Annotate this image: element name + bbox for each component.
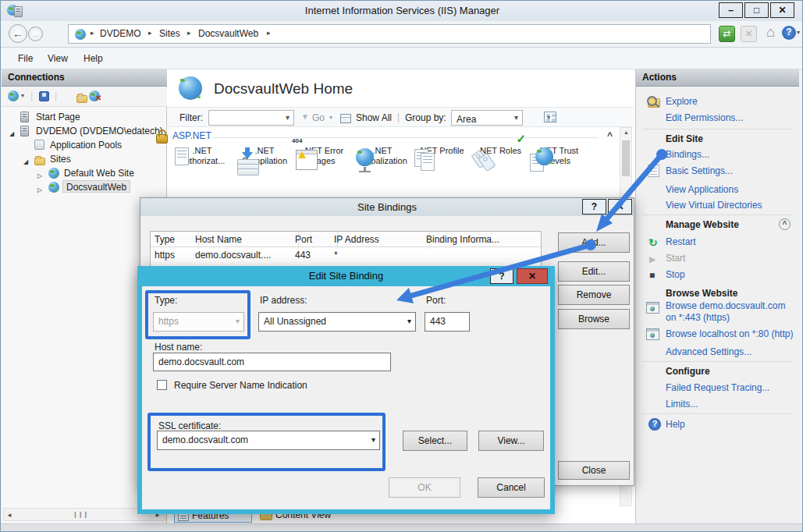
remove-button[interactable]: Remove xyxy=(558,285,630,305)
feature-net-roles[interactable]: .NET Roles xyxy=(468,146,531,156)
feature-net-compilation[interactable]: .NET Compilation xyxy=(233,146,296,166)
close-dialog-button[interactable]: Close xyxy=(558,461,630,480)
section-collapse-icon[interactable]: ^ xyxy=(607,130,613,141)
filter-input[interactable]: ▾ xyxy=(208,110,294,126)
action-view-virtual-directories[interactable]: View Virtual Directories xyxy=(648,198,762,212)
tree-item-start-page[interactable]: Start Page xyxy=(2,110,167,124)
site-globe-icon xyxy=(48,182,59,193)
chevron-down-icon[interactable]: ▾ xyxy=(371,435,375,444)
action-advanced-settings[interactable]: Advanced Settings... xyxy=(648,345,751,359)
connect-server-button[interactable] xyxy=(8,90,19,104)
edit-button[interactable]: Edit... xyxy=(558,261,630,282)
scroll-thumb[interactable] xyxy=(622,140,630,176)
binding-row[interactable]: https demo.docsvault.... 443 * xyxy=(151,247,541,262)
host-name-input[interactable]: demo.docsvault.com xyxy=(153,353,391,371)
dialog-help-button[interactable]: ? xyxy=(582,199,606,215)
stop-request-button[interactable]: ✕ xyxy=(741,26,757,42)
ssl-certificate-select[interactable]: demo.docsvault.com ▾ xyxy=(157,431,380,450)
cancel-button[interactable]: Cancel xyxy=(478,477,545,498)
home-button[interactable]: ⌂ xyxy=(762,24,779,42)
action-failed-request-tracing[interactable]: Failed Request Tracing... xyxy=(648,381,769,395)
type-select[interactable]: https ▾ xyxy=(153,312,244,332)
action-browse-https[interactable]: Browse demo.docsvault.com on *:443 (http… xyxy=(648,300,785,324)
collapse-section-icon[interactable]: ^ xyxy=(779,218,791,230)
menu-help[interactable]: Help xyxy=(83,53,103,64)
action-browse-http[interactable]: Browse localhost on *:80 (http) xyxy=(648,327,793,341)
ok-button[interactable]: OK xyxy=(389,477,460,498)
separator xyxy=(642,361,792,362)
column-header-ip-address[interactable]: IP Address xyxy=(330,232,430,249)
show-all-button[interactable]: Show All xyxy=(356,112,392,123)
breadcrumb-item-sites[interactable]: Sites xyxy=(159,28,180,39)
expander-icon[interactable]: ▷ xyxy=(37,183,42,197)
open-folder-button[interactable] xyxy=(76,95,87,103)
minimize-button[interactable]: – xyxy=(719,2,743,18)
action-restart[interactable]: ↻ Restart xyxy=(648,235,696,249)
menu-file[interactable]: File xyxy=(18,53,33,64)
help-button[interactable]: ? xyxy=(782,26,796,40)
group-by-select[interactable]: Area ▾ xyxy=(451,110,523,126)
view-certificate-button[interactable]: View... xyxy=(478,431,544,451)
go-button[interactable]: Go xyxy=(312,112,325,123)
chevron-down-icon[interactable]: ▾ xyxy=(286,113,290,122)
tree-item-default-web-site[interactable]: ▷ Default Web Site xyxy=(2,166,167,180)
menu-view[interactable]: View xyxy=(48,53,68,64)
dialog-close-button[interactable]: ✕ xyxy=(517,268,548,284)
title-bar[interactable]: Internet Information Services (IIS) Mana… xyxy=(1,1,803,21)
ip-address-select[interactable]: All Unassigned ▾ xyxy=(258,312,416,332)
start-page-icon xyxy=(20,112,29,122)
feature-net-trust-levels[interactable]: ✓ .NET Trust Levels xyxy=(527,146,589,166)
breadcrumb-item-server[interactable]: DVDEMO xyxy=(100,28,141,39)
scroll-left-icon[interactable]: ◄ xyxy=(6,512,12,519)
column-header-binding-info[interactable]: Binding Informa... xyxy=(422,232,548,249)
feature-net-authorization[interactable]: .NET Authorizat... xyxy=(171,146,233,166)
breadcrumb[interactable]: ▸ DVDEMO ▸ Sites ▸ DocsvaultWeb ▸ xyxy=(68,24,711,44)
connect-dropdown-arrow-icon[interactable]: ▾ xyxy=(21,92,24,99)
action-help[interactable]: ? Help xyxy=(648,417,685,431)
refresh-button[interactable]: ⇄ xyxy=(719,26,735,42)
column-header-host-name[interactable]: Host Name xyxy=(191,232,299,249)
action-edit-permissions[interactable]: Edit Permissions... xyxy=(648,111,743,125)
separator xyxy=(642,413,792,414)
feature-net-error-pages[interactable]: 404 .NET Error Pages xyxy=(292,146,354,166)
go-dropdown-icon[interactable]: ▾ xyxy=(329,114,332,121)
view-layout-icon[interactable] xyxy=(544,112,556,122)
add-button[interactable]: Add... xyxy=(558,232,630,253)
dialog-help-button[interactable]: ? xyxy=(490,268,513,284)
forward-button[interactable]: → xyxy=(28,27,43,41)
save-connections-button[interactable] xyxy=(39,91,49,101)
remove-connection-button[interactable]: ✕ xyxy=(89,90,100,104)
action-limits[interactable]: Limits... xyxy=(648,397,698,411)
action-basic-settings[interactable]: Basic Settings... xyxy=(648,164,733,178)
tree-item-application-pools[interactable]: Application Pools xyxy=(2,138,167,152)
scroll-up-icon[interactable]: ▲ xyxy=(624,129,629,135)
dialog-title-bar[interactable]: Site Bindings xyxy=(140,198,634,216)
feature-net-globalization[interactable]: .NET Globalization xyxy=(351,146,414,166)
close-button[interactable]: ✕ xyxy=(770,2,794,18)
breadcrumb-item-site[interactable]: DocsvaultWeb xyxy=(198,28,258,39)
browse-button[interactable]: Browse xyxy=(558,309,630,329)
action-explore[interactable]: Explore xyxy=(648,94,698,108)
chevron-down-icon[interactable]: ▾ xyxy=(514,113,518,122)
port-input[interactable]: 443 xyxy=(425,312,470,332)
breadcrumb-sep: ▸ xyxy=(148,29,152,37)
view-dropdown-icon[interactable]: ▾ xyxy=(547,114,550,121)
action-label: Edit Permissions... xyxy=(666,112,743,123)
feature-net-profile[interactable]: .NET Profile xyxy=(410,146,472,156)
maximize-button[interactable]: □ xyxy=(744,2,769,18)
tree-item-server[interactable]: ◢ DVDEMO (DVDEMO\edatech) xyxy=(2,124,167,138)
sni-checkbox[interactable] xyxy=(157,380,167,390)
chevron-down-icon[interactable]: ▾ xyxy=(407,317,411,325)
tree-item-docsvaultweb[interactable]: ▷ DocsvaultWeb xyxy=(2,180,167,194)
action-view-applications[interactable]: View Applications xyxy=(648,183,738,197)
tree-item-sites[interactable]: ◢ Sites xyxy=(2,152,167,166)
action-stop[interactable]: ■ Stop xyxy=(648,268,685,282)
dialog-close-button[interactable]: ✕ xyxy=(608,199,632,215)
back-button[interactable]: ← xyxy=(9,24,27,43)
help-dropdown-arrow-icon[interactable]: ▾ xyxy=(797,29,800,36)
select-certificate-button[interactable]: Select... xyxy=(403,431,467,451)
action-bindings[interactable]: Bindings... xyxy=(648,147,709,161)
scroll-grip[interactable]: ❙❙❙ xyxy=(73,511,88,518)
breadcrumb-sep: ▸ xyxy=(91,29,94,37)
actions-group-browse-website: Browse Website xyxy=(648,286,737,300)
